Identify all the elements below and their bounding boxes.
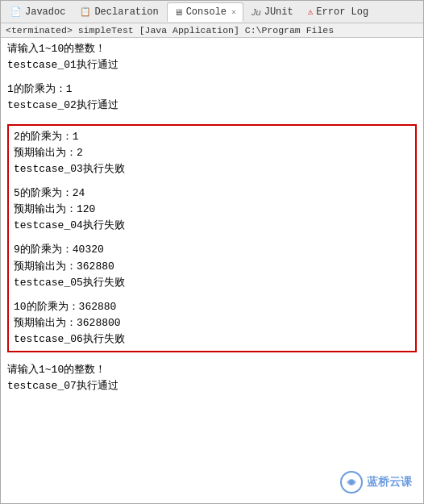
error-line-5: 预期输出为：120: [14, 202, 410, 218]
error-line-8: 预期输出为：362880: [14, 259, 410, 275]
console-close-icon[interactable]: ✕: [231, 7, 236, 17]
tab-junit-label: JUnit: [264, 6, 293, 18]
tab-javadoc-label: Javadoc: [25, 6, 65, 18]
error-line-11: 预期输出为：3628800: [14, 315, 410, 331]
error-empty-2: [14, 234, 410, 242]
line-1: 请输入1~10的整数！: [7, 41, 417, 57]
junit-icon: Ju: [251, 7, 261, 17]
empty-1: [7, 73, 417, 81]
error-line-6: testcase_04执行失败: [14, 218, 410, 234]
tab-declaration[interactable]: 📋 Declaration: [73, 2, 164, 22]
watermark-text: 蓝桥云课: [367, 473, 412, 491]
empty-3: [7, 354, 417, 362]
javadoc-icon: 📄: [10, 6, 22, 17]
errorlog-icon: ⚠: [308, 6, 314, 17]
tab-javadoc[interactable]: 📄 Javadoc: [4, 2, 72, 22]
error-line-10: 10的阶乘为：362880: [14, 299, 410, 315]
line-2: testcase_01执行通过: [7, 57, 417, 73]
declaration-icon: 📋: [80, 6, 91, 17]
status-bar: <terminated> simpleTest [Java Applicatio…: [1, 23, 423, 38]
tab-declaration-label: Declaration: [94, 6, 158, 18]
error-line-2: 预期输出为：2: [14, 145, 410, 161]
empty-2: [7, 115, 417, 123]
console-icon: 🖥: [174, 7, 183, 18]
console-content[interactable]: 请输入1~10的整数！ testcase_01执行通过 1的阶乘为：1 test…: [1, 38, 423, 503]
svg-point-1: [349, 480, 354, 485]
tab-errorlog-label: Error Log: [316, 6, 368, 18]
line-6: testcase_07执行通过: [7, 378, 417, 394]
tab-bar: 📄 Javadoc 📋 Declaration 🖥 Console ✕ Ju J…: [1, 1, 423, 23]
line-4: testcase_02执行通过: [7, 98, 417, 114]
main-window: 📄 Javadoc 📋 Declaration 🖥 Console ✕ Ju J…: [0, 0, 424, 504]
error-line-12: testcase_06执行失败: [14, 331, 410, 348]
tab-errorlog[interactable]: ⚠ Error Log: [301, 2, 375, 22]
error-empty-1: [14, 177, 410, 185]
watermark: 蓝桥云课: [340, 471, 412, 494]
watermark-logo-icon: [340, 471, 363, 494]
error-line-3: testcase_03执行失败: [14, 161, 410, 177]
error-line-4: 5的阶乘为：24: [14, 185, 410, 202]
tab-console[interactable]: 🖥 Console ✕: [167, 2, 243, 22]
error-line-1: 2的阶乘为：1: [14, 129, 410, 145]
error-empty-3: [14, 291, 410, 299]
line-3: 1的阶乘为：1: [7, 81, 417, 98]
line-5: 请输入1~10的整数！: [7, 362, 417, 378]
tab-junit[interactable]: Ju JUnit: [245, 2, 300, 22]
error-line-7: 9的阶乘为：40320: [14, 242, 410, 258]
tab-console-label: Console: [186, 6, 227, 18]
status-text: <terminated> simpleTest [Java Applicatio…: [6, 25, 334, 35]
error-block: 2的阶乘为：1 预期输出为：2 testcase_03执行失败 5的阶乘为：24…: [7, 124, 417, 353]
error-line-9: testcase_05执行失败: [14, 275, 410, 291]
